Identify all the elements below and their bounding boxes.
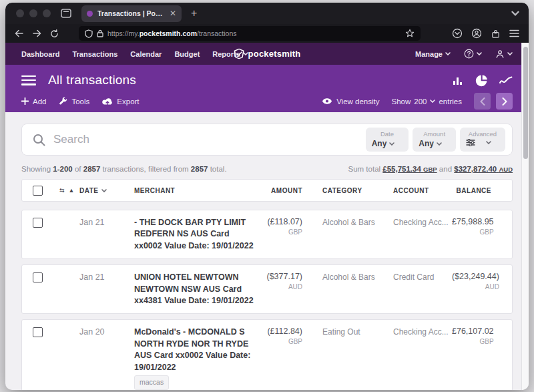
sum-total-gbp-link[interactable]: £55,751.34 GBP xyxy=(382,165,437,173)
header-icons: ⇆ ▲ xyxy=(59,187,79,194)
search-bar: Date Any Amount Any Advanced xyxy=(21,124,513,156)
back-button[interactable] xyxy=(12,26,27,41)
add-button[interactable]: Add xyxy=(21,97,46,106)
browser-tab[interactable]: Transactions | PocketSmith ✕ xyxy=(81,5,182,22)
sum-total-aud-link[interactable]: $327,872.40 AUD xyxy=(454,165,513,173)
export-button[interactable]: Export xyxy=(102,97,139,106)
pocketsmith-logo[interactable]: pocketsmith xyxy=(234,43,301,65)
table-header: ⇆ ▲ DATE MERCHANT AMOUNT CATEGORY ACCOUN… xyxy=(21,179,513,202)
browser-titlebar: Transactions | PocketSmith ✕ + xyxy=(5,3,529,24)
help-icon xyxy=(464,49,474,59)
new-tab-button[interactable]: + xyxy=(191,7,197,19)
transaction-balance: ($23,249.44) AUD xyxy=(452,272,509,290)
column-category: CATEGORY xyxy=(302,187,382,194)
column-balance: BALANCE xyxy=(452,187,501,194)
reload-button[interactable] xyxy=(47,26,61,41)
row-checkbox[interactable] xyxy=(33,218,43,228)
showing-summary: Showing 1-200 of 2857 transactions, filt… xyxy=(21,165,227,173)
column-date[interactable]: DATE xyxy=(79,187,134,194)
advanced-filter-button[interactable]: Advanced xyxy=(460,128,505,152)
transaction-balance: £75,988.95 GBP xyxy=(452,217,504,236)
transactions-content: Date Any Amount Any Advanced xyxy=(5,112,529,390)
chevron-down-icon xyxy=(507,52,513,55)
forward-button[interactable] xyxy=(29,26,44,41)
minimize-window-button[interactable] xyxy=(29,9,37,17)
transaction-account: Checking Acc... xyxy=(382,327,452,337)
screenshot: Transactions | PocketSmith ✕ + xyxy=(0,0,534,392)
zoom-window-button[interactable] xyxy=(43,9,51,17)
user-icon xyxy=(495,49,505,59)
tab-title: Transactions | PocketSmith xyxy=(97,9,165,17)
sidebar-toggle-icon[interactable] xyxy=(21,75,36,85)
nav-item-budget[interactable]: Budget xyxy=(174,50,200,58)
search-filters: Date Any Amount Any Advanced xyxy=(366,128,505,152)
pocket-icon[interactable] xyxy=(452,28,463,39)
merchant-label-chip: maccas xyxy=(134,375,169,390)
user-menu[interactable] xyxy=(495,49,513,59)
transaction-row[interactable]: Jan 21 - THE DOCK BAR PTY LIMIT REDFERN … xyxy=(21,210,513,259)
transaction-account: Checking Acc... xyxy=(382,217,452,227)
amount-filter-button[interactable]: Amount Any xyxy=(413,128,456,152)
search-input[interactable] xyxy=(53,133,366,146)
transaction-merchant: - THE DOCK BAR PTY LIMIT REDFERN NS AUS … xyxy=(134,217,261,252)
prev-page-button[interactable] xyxy=(474,93,491,110)
tab-close-icon[interactable]: ✕ xyxy=(170,9,176,17)
row-checkbox[interactable] xyxy=(33,327,43,337)
transaction-category: Eating Out xyxy=(302,327,382,337)
url-field[interactable]: https://my.pocketsmith.com/transactions xyxy=(79,26,421,41)
chevron-down-icon xyxy=(101,189,107,192)
help-menu[interactable] xyxy=(464,49,482,59)
browser-window: Transactions | PocketSmith ✕ + xyxy=(5,3,529,390)
account-icon[interactable] xyxy=(471,28,482,39)
tracking-shield-icon[interactable] xyxy=(85,29,93,38)
lock-icon[interactable] xyxy=(97,29,103,37)
flag-triangle-icon: ▲ xyxy=(69,187,75,194)
wrench-icon xyxy=(59,97,67,106)
bar-chart-icon[interactable] xyxy=(453,75,464,85)
nav-item-transactions[interactable]: Transactions xyxy=(72,50,117,58)
transaction-row[interactable]: Jan 21 UNION HOTEL NEWTOWN NEWTOWN NSW A… xyxy=(21,264,513,314)
manage-menu[interactable]: Manage xyxy=(415,50,451,58)
list-tabs-chevron-icon[interactable] xyxy=(511,11,519,16)
browser-urlbar: https://my.pocketsmith.com/transactions xyxy=(5,24,529,43)
show-entries-select[interactable]: Show 200 entries xyxy=(392,97,463,106)
date-filter-button[interactable]: Date Any xyxy=(366,128,409,152)
bookmark-star-icon[interactable] xyxy=(405,29,415,38)
transaction-category: Alcohol & Bars xyxy=(302,217,382,227)
pie-chart-icon[interactable] xyxy=(475,74,488,87)
scrollbar-thumb[interactable] xyxy=(523,47,528,159)
view-density-button[interactable]: View density xyxy=(322,97,379,106)
transfer-icon: ⇆ xyxy=(59,187,65,194)
main-nav: Dashboard Transactions Calendar Budget R… xyxy=(5,43,529,65)
firefox-view-icon[interactable] xyxy=(60,7,72,19)
line-chart-icon[interactable] xyxy=(499,76,513,85)
transaction-date: Jan 21 xyxy=(79,217,134,227)
transaction-date: Jan 21 xyxy=(79,272,134,282)
chevron-down-icon xyxy=(445,52,451,55)
transaction-merchant: McDonald's - MCDONALD S NORTH RYDE NOR T… xyxy=(134,327,261,390)
row-checkbox[interactable] xyxy=(33,272,43,282)
transaction-row[interactable]: Jan 20 McDonald's - MCDONALD S NORTH RYD… xyxy=(21,319,513,390)
chevron-down-icon xyxy=(477,52,482,55)
page-header: All transactions xyxy=(5,65,529,112)
plus-icon xyxy=(21,97,29,105)
nav-right-group: Manage xyxy=(415,49,513,59)
traffic-lights xyxy=(16,9,51,17)
next-page-button[interactable] xyxy=(496,93,513,110)
eye-icon xyxy=(322,97,332,105)
nav-item-calendar[interactable]: Calendar xyxy=(130,50,162,58)
column-account: ACCOUNT xyxy=(382,187,452,194)
tools-button[interactable]: Tools xyxy=(59,97,89,106)
pocketsmith-logo-icon xyxy=(234,48,245,59)
transaction-balance: £76,107.02 GBP xyxy=(452,327,504,345)
select-all-checkbox[interactable] xyxy=(33,186,43,196)
transaction-rows: Jan 21 - THE DOCK BAR PTY LIMIT REDFERN … xyxy=(21,210,513,390)
extensions-icon[interactable] xyxy=(491,29,501,39)
chevron-down-icon xyxy=(437,142,442,146)
column-merchant: MERCHANT xyxy=(134,187,261,194)
nav-item-dashboard[interactable]: Dashboard xyxy=(21,50,59,58)
chevron-down-icon xyxy=(430,100,435,103)
close-window-button[interactable] xyxy=(16,9,24,17)
transaction-amount: (£118.07) GBP xyxy=(261,217,302,236)
menu-hamburger-icon[interactable] xyxy=(509,29,519,37)
